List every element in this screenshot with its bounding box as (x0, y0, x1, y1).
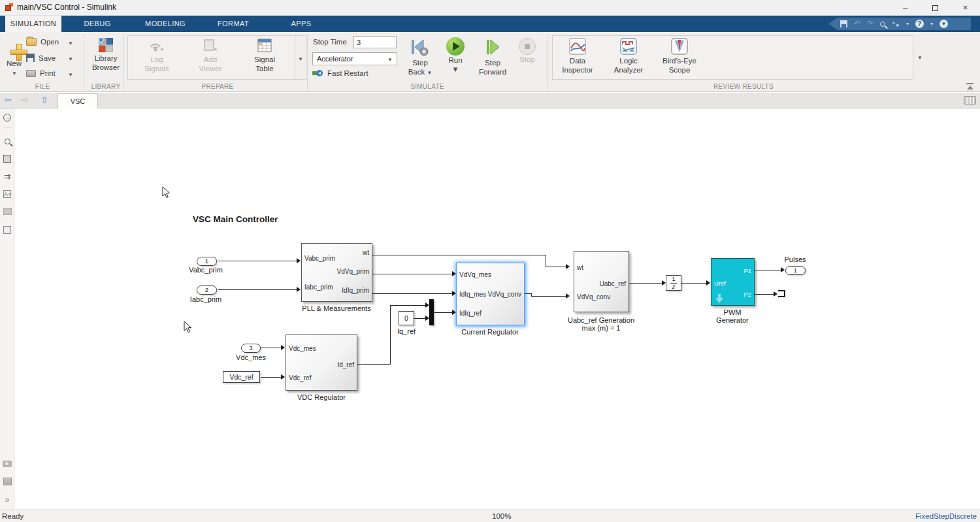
wire-id-ref[interactable] (390, 305, 425, 306)
wire-wt[interactable] (546, 255, 546, 267)
restore-button[interactable] (921, 0, 950, 16)
wire-uabc-ref[interactable] (629, 283, 662, 284)
fast-restart-toggle[interactable]: Fast Restart (312, 69, 368, 77)
wire[interactable] (434, 312, 452, 313)
ribbon-overflow-icon[interactable]: ▼ (917, 55, 923, 61)
inport-2[interactable]: 2 (197, 285, 217, 295)
current-regulator-caption: Current Regulator (451, 328, 529, 336)
back-icon[interactable]: ⇦ (4, 95, 12, 105)
current-regulator-block[interactable]: VdVq_mes IdIq_mes IdIq_ref VdVq_conv (456, 263, 525, 325)
vdc-regulator-block[interactable]: Vdc_mes Vdc_ref Id_ref (286, 334, 357, 391)
print-button[interactable]: Print▼ (26, 69, 56, 81)
tab-apps[interactable]: APPS (269, 16, 333, 32)
birds-eye-scope-button[interactable]: Bird's-Eye Scope (653, 38, 706, 74)
area-box-icon[interactable] (0, 226, 14, 236)
help-icon[interactable]: ? (915, 20, 924, 28)
save-button[interactable]: Save▼ (26, 54, 56, 65)
wire-id-ref[interactable] (390, 305, 391, 365)
dropdown-icon[interactable]: ▾ (906, 21, 909, 27)
wire[interactable] (414, 318, 425, 319)
add-to-toolbar-icon[interactable]: »★ (892, 17, 900, 31)
model-canvas[interactable]: VSC Main Controller 1 Vabc_prim 2 Iabc_p… (14, 108, 980, 509)
account-icon[interactable]: ▼ (939, 20, 948, 28)
wire[interactable] (218, 261, 297, 261)
print-icon (26, 70, 36, 77)
add-viewer-button[interactable]: Add Viewer (184, 38, 237, 73)
wire[interactable] (372, 274, 452, 274)
wire-id-ref[interactable] (357, 364, 390, 365)
birds-eye-scope-icon (670, 38, 689, 55)
forward-icon[interactable]: ⇨ (21, 95, 29, 105)
signal-table-button[interactable]: Signal Table (238, 38, 291, 73)
section-prepare: PREPARE (188, 83, 247, 90)
pll-measurements-block[interactable]: Vabc_prim Iabc_prim wt VdVq_prim IdIq_pr… (301, 243, 372, 302)
minimize-button[interactable]: – (890, 0, 920, 16)
model-breadcrumb-tab[interactable]: VSC Control (57, 93, 98, 108)
tab-simulation[interactable]: SIMULATION (5, 16, 61, 32)
image-icon[interactable] (0, 208, 14, 217)
redo-icon[interactable]: ↷ (867, 18, 874, 30)
inport-3[interactable]: 3 (241, 344, 261, 353)
hide-browser-icon[interactable]: → (0, 112, 14, 122)
wire[interactable] (261, 377, 281, 378)
constant-block[interactable]: 0 (399, 311, 414, 325)
zoom-icon[interactable] (0, 137, 14, 146)
route-signals-icon[interactable]: ⇉ (0, 172, 14, 181)
tab-debug[interactable]: DEBUG (68, 16, 127, 32)
wire[interactable] (372, 293, 452, 294)
annotation-icon[interactable]: A≡ (0, 190, 14, 198)
stop-icon (519, 38, 536, 55)
uabc-ref-generation-block[interactable]: wt VdVq_conv Uabc_ref (574, 251, 629, 312)
library-browser-button[interactable]: Library Browser (80, 38, 132, 72)
search-icon[interactable] (880, 22, 885, 27)
terminator-block[interactable] (778, 290, 785, 297)
new-dropdown-icon[interactable]: ▼ (12, 71, 17, 76)
wire-vdvq-conv[interactable] (525, 293, 531, 294)
unit-delay-block[interactable]: 1 z (666, 275, 681, 291)
wire-wt[interactable] (372, 255, 546, 255)
section-simulate: SIMULATE (398, 83, 457, 90)
wire-p1[interactable] (755, 270, 781, 270)
pwm-generator-block[interactable]: Uref P1 P2 (711, 258, 755, 306)
stop-time-input[interactable] (353, 36, 397, 48)
logic-analyzer-button[interactable]: Logic Analyzer (602, 38, 655, 74)
vdc-ref-source-block[interactable]: Vdc_ref (223, 371, 260, 383)
close-button[interactable]: × (951, 0, 980, 16)
solver-link[interactable]: FixedStepDiscrete (915, 512, 977, 520)
fit-to-view-icon[interactable] (0, 155, 14, 165)
screenshot-icon[interactable] (0, 460, 14, 469)
wire-wt[interactable] (546, 267, 566, 267)
dropdown-icon[interactable]: ▾ (930, 21, 933, 27)
section-library: LIBRARY (76, 83, 135, 90)
wire[interactable] (218, 289, 297, 290)
wire-vdvq-conv[interactable] (531, 296, 566, 297)
viewmarks-icon[interactable] (0, 478, 14, 487)
prepare-gallery-expand[interactable]: ▼ (295, 35, 306, 80)
keyboard-icon[interactable] (964, 96, 976, 105)
outport-1[interactable]: 1 (785, 266, 806, 275)
logic-analyzer-icon (619, 38, 638, 55)
collapse-ribbon-icon[interactable] (966, 83, 974, 90)
up-to-parent-icon[interactable]: ⇧ (41, 95, 48, 105)
palette-more-icon[interactable]: » (0, 495, 14, 504)
undo-icon[interactable]: ↶ (854, 18, 860, 30)
log-signals-button[interactable]: Log Signals (131, 38, 183, 73)
save-icon[interactable] (840, 20, 847, 27)
wire[interactable] (261, 348, 281, 348)
wire[interactable] (681, 283, 706, 284)
ribbon-tab-strip: SIMULATION DEBUG MODELING FORMAT APPS ↶ … (0, 16, 980, 32)
step-forward-icon (482, 37, 504, 57)
window-title: main/VSC Control - Simulink (17, 3, 116, 12)
wire-p2[interactable] (755, 294, 774, 295)
stop-button[interactable]: Stop (501, 38, 553, 64)
simulation-mode-select[interactable]: Accelerator▼ (312, 52, 397, 65)
data-inspector-button[interactable]: Data Inspector (551, 38, 604, 74)
mouse-cursor (184, 321, 192, 334)
library-browser-icon (99, 38, 113, 52)
tab-format[interactable]: FORMAT (204, 16, 263, 32)
open-button[interactable]: Open▼ (26, 38, 59, 50)
inport-1[interactable]: 1 (197, 257, 217, 266)
mux-block[interactable] (429, 299, 434, 325)
tab-modeling[interactable]: MODELING (133, 16, 197, 32)
uabc-ref-generation-caption2: max (m) = 1 (562, 324, 640, 332)
